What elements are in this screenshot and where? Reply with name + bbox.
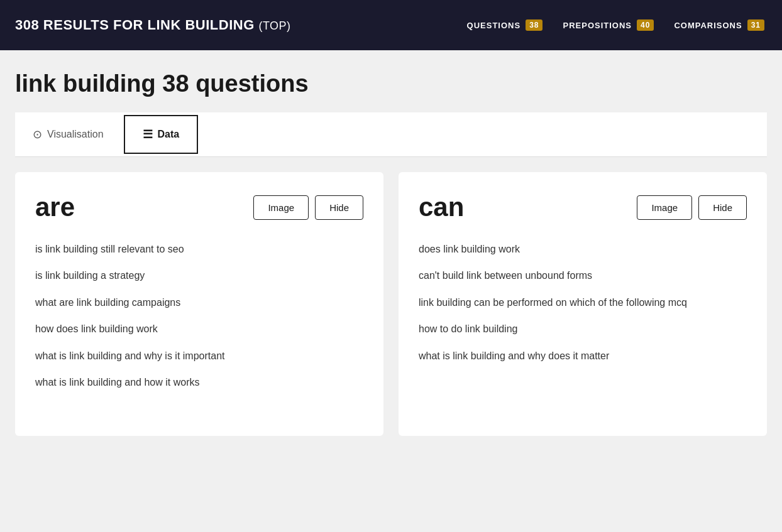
results-title: 308 RESULTS FOR LINK BUILDING [15, 17, 255, 33]
list-item: is link building a strategy [35, 269, 363, 283]
list-item: link building can be performed on which … [419, 296, 747, 310]
list-item: what is link building and why is it impo… [35, 349, 363, 363]
can-hide-button[interactable]: Hide [698, 195, 747, 220]
page-heading: link building 38 questions [15, 70, 767, 97]
prepositions-badge: 40 [637, 19, 654, 31]
nav-tab-questions[interactable]: QUESTIONS 38 [465, 14, 546, 36]
list-item: what is link building and how it works [35, 376, 363, 389]
data-icon: ☰ [143, 128, 153, 141]
questions-label: QUESTIONS [467, 21, 521, 30]
tab-data[interactable]: ☰ Data [124, 115, 199, 154]
cards-area: are Image Hide is link building still re… [15, 157, 767, 451]
can-card-title: can [419, 192, 464, 222]
tab-data-label: Data [158, 129, 180, 140]
tab-visualisation[interactable]: ⊙ Visualisation [15, 116, 121, 153]
are-card-list: is link building still relevant to seo i… [35, 242, 363, 389]
list-item: what are link building campaigns [35, 296, 363, 310]
top-label: (TOP) [258, 19, 290, 32]
list-item: can't build link between unbound forms [419, 269, 747, 283]
can-card: can Image Hide does link building work c… [399, 172, 767, 436]
are-card-buttons: Image Hide [253, 195, 363, 220]
nav-tab-comparisons[interactable]: COMPARISONS 31 [671, 14, 767, 36]
main-content: link building 38 questions ⊙ Visualisati… [0, 50, 782, 466]
header: 308 RESULTS FOR LINK BUILDING (TOP) QUES… [0, 0, 782, 50]
list-item: how to do link building [419, 322, 747, 336]
list-item: what is link building and why does it ma… [419, 349, 747, 363]
are-card-header: are Image Hide [35, 192, 363, 222]
tabs-bar: ⊙ Visualisation ☰ Data [15, 112, 767, 157]
can-card-buttons: Image Hide [637, 195, 747, 220]
can-card-header: can Image Hide [419, 192, 747, 222]
are-card-title: are [35, 192, 75, 222]
page-title: 308 RESULTS FOR LINK BUILDING (TOP) [15, 17, 465, 33]
questions-badge: 38 [526, 19, 542, 31]
can-card-list: does link building work can't build link… [419, 242, 747, 363]
comparisons-badge: 31 [747, 19, 764, 31]
list-item: how does link building work [35, 322, 363, 336]
nav-tabs: QUESTIONS 38 PREPOSITIONS 40 COMPARISONS… [465, 14, 767, 36]
visualisation-icon: ⊙ [33, 128, 42, 141]
tab-visualisation-label: Visualisation [47, 129, 104, 140]
can-image-button[interactable]: Image [637, 195, 692, 220]
are-hide-button[interactable]: Hide [315, 195, 363, 220]
prepositions-label: PREPOSITIONS [563, 21, 632, 30]
are-image-button[interactable]: Image [253, 195, 309, 220]
comparisons-label: COMPARISONS [674, 21, 742, 30]
list-item: is link building still relevant to seo [35, 242, 363, 256]
nav-tab-prepositions[interactable]: PREPOSITIONS 40 [560, 14, 656, 36]
are-card: are Image Hide is link building still re… [15, 172, 383, 436]
list-item: does link building work [419, 242, 747, 256]
